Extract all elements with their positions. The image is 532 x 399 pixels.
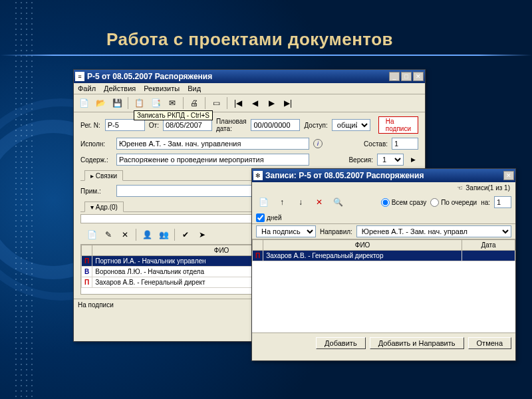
table-row[interactable]: П Захаров А.В. - Генеральный директор xyxy=(253,251,515,261)
title-divider xyxy=(0,55,532,56)
cancel-button[interactable]: Отмена xyxy=(468,337,511,349)
tb-new-icon[interactable]: 📄 xyxy=(256,195,271,209)
card-icon[interactable]: ▭ xyxy=(209,96,223,110)
info-icon[interactable]: i xyxy=(313,139,323,148)
records-table[interactable]: ФИО Дата П Захаров А.В. - Генеральный ди… xyxy=(252,239,515,261)
tb-down-icon[interactable]: ↓ xyxy=(293,195,308,209)
next-icon[interactable]: ▶ xyxy=(264,96,279,110)
gt-users-icon[interactable]: 👥 xyxy=(156,227,171,242)
status-button[interactable]: На подписи xyxy=(378,116,418,134)
save-icon[interactable]: 💾 xyxy=(110,96,124,110)
regn-input[interactable] xyxy=(105,119,145,131)
last-icon[interactable]: ▶| xyxy=(281,96,295,110)
plandate-input[interactable] xyxy=(251,119,300,131)
window-title: P-5 от 08.05.2007 Распоряжения xyxy=(87,72,389,81)
minimize-button[interactable]: _ xyxy=(389,72,400,81)
tab-svyazki[interactable]: ▸ Связки xyxy=(84,170,123,181)
menu-file[interactable]: Файл xyxy=(78,84,96,92)
access-label: Доступ: xyxy=(304,122,327,129)
sostav-input[interactable] xyxy=(392,138,418,150)
app-icon: ✻ xyxy=(253,171,263,180)
gt-edit-icon[interactable]: ✎ xyxy=(101,227,116,242)
first-icon[interactable]: |◀ xyxy=(231,96,245,110)
regn-label: Рег. N: xyxy=(80,122,101,129)
date-input[interactable] xyxy=(163,119,212,131)
hand-icon: ☜ xyxy=(457,184,463,192)
menu-actions[interactable]: Действия xyxy=(104,84,136,92)
app-icon: ≡ xyxy=(75,72,84,81)
write-icon[interactable]: 📋 xyxy=(132,96,146,110)
gt-ok-icon[interactable]: ✔ xyxy=(178,227,193,242)
access-select[interactable]: общий xyxy=(332,119,370,131)
new-icon[interactable]: 📄 xyxy=(76,96,91,110)
toolbar: 📄 📂 💾 📋 📑 ✉ 🖨 ▭ |◀ ◀ ▶ ▶| Записать РКПД … xyxy=(74,94,425,112)
close-button[interactable]: ✕ xyxy=(503,171,514,180)
soderzh-input[interactable] xyxy=(116,154,309,166)
print-icon[interactable]: 🖨 xyxy=(187,96,201,110)
add-button[interactable]: Добавить xyxy=(316,337,366,349)
versia-nav-icon[interactable]: ▶ xyxy=(408,154,418,165)
record-count: Записи(1 из 1) xyxy=(466,184,510,192)
window-title: Записи: P-5 от 08.05.2007 Распоряжения xyxy=(265,171,503,180)
maximize-button[interactable]: □ xyxy=(401,72,412,81)
gt-arrow-icon[interactable]: ➤ xyxy=(195,227,209,242)
prev-icon[interactable]: ◀ xyxy=(247,96,262,110)
na-label: на: xyxy=(481,199,490,206)
copy-icon[interactable]: 📑 xyxy=(148,96,163,110)
menubar: Файл Действия Реквизиты Вид xyxy=(74,83,425,94)
action-select[interactable]: На подпись xyxy=(256,225,316,237)
tab-adr[interactable]: ▾ Адр.(0) xyxy=(84,201,124,212)
versia-select[interactable]: 1 xyxy=(377,154,404,166)
close-button[interactable]: ✕ xyxy=(413,72,424,81)
tooltip: Записать РКПД - Ctrl+S xyxy=(134,110,213,120)
slide-title: Работа с проектами документов xyxy=(106,29,393,50)
plandate-label: Плановая дата: xyxy=(216,118,247,132)
menu-view[interactable]: Вид xyxy=(188,84,201,92)
sostav-label: Состав: xyxy=(364,140,388,148)
ot-label: От: xyxy=(149,122,159,129)
tb-find-icon[interactable]: 🔍 xyxy=(331,195,345,209)
titlebar[interactable]: ✻ Записи: P-5 от 08.05.2007 Распоряжения… xyxy=(252,169,515,182)
radio-vsem[interactable]: Всем сразу xyxy=(381,198,426,207)
napravil-label: Направил: xyxy=(320,228,352,235)
ispol-input[interactable] xyxy=(116,138,309,150)
record-count-bar: ☜ Записи(1 из 1) xyxy=(252,182,515,194)
ispol-label: Исполн: xyxy=(80,140,112,148)
records-window: ✻ Записи: P-5 от 08.05.2007 Распоряжения… xyxy=(251,168,516,361)
soderzh-label: Содерж.: xyxy=(80,156,112,164)
add-send-button[interactable]: Добавить и Направить xyxy=(370,337,464,349)
prim-label: Прим.: xyxy=(80,188,112,195)
toolbar: 📄 ↑ ↓ ✕ 🔍 Всем сразу По очереди на: дней xyxy=(252,194,515,224)
th-fio: ФИО xyxy=(263,240,462,251)
th-data: Дата xyxy=(462,240,515,251)
open-icon[interactable]: 📂 xyxy=(93,96,108,110)
versia-label: Версия: xyxy=(348,156,373,164)
gt-user-icon[interactable]: 👤 xyxy=(140,227,154,242)
send-icon[interactable]: ✉ xyxy=(165,96,180,110)
titlebar[interactable]: ≡ P-5 от 08.05.2007 Распоряжения _ □ ✕ xyxy=(74,70,425,83)
radio-poo[interactable]: По очереди xyxy=(430,198,477,207)
gt-new-icon[interactable]: 📄 xyxy=(84,227,99,242)
napravil-select[interactable]: Юренев А.Т. - Зам. нач. управл xyxy=(356,225,511,237)
button-row: Добавить Добавить и Направить Отмена xyxy=(252,332,515,353)
tb-del-icon[interactable]: ✕ xyxy=(312,195,327,209)
gt-del-icon[interactable]: ✕ xyxy=(118,227,132,242)
tb-up-icon[interactable]: ↑ xyxy=(275,195,289,209)
menu-reqs[interactable]: Реквизиты xyxy=(144,84,180,92)
dney-check[interactable]: дней xyxy=(256,213,282,222)
na-input[interactable] xyxy=(494,196,511,208)
